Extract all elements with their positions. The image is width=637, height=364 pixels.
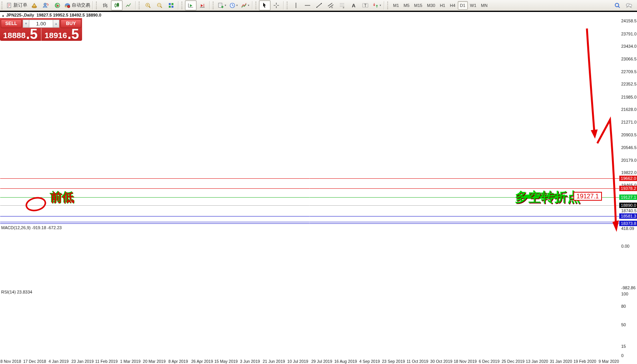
cursor-icon (262, 2, 268, 8)
dropdown-arrow-icon: ▾ (225, 4, 226, 7)
history-button[interactable] (29, 0, 40, 10)
pivot-annotation[interactable]: 多空转折点 (515, 188, 580, 206)
templates-button[interactable]: ▾ (239, 0, 251, 10)
toolbar-separator (384, 1, 385, 10)
toolbar-grip[interactable] (182, 2, 184, 9)
dropdown-arrow-icon: ▾ (236, 4, 238, 7)
vertical-line-button[interactable] (290, 0, 302, 10)
chart-canvas[interactable] (0, 0, 637, 364)
channel-icon: E (328, 2, 334, 8)
svg-text:T: T (364, 3, 366, 8)
date-tick-label: 16 Aug 2019 (334, 359, 357, 364)
timeframe-m15[interactable]: M15 (412, 1, 425, 10)
timeframe-h4[interactable]: H4 (447, 1, 457, 10)
price-badge: 18373.8 (619, 221, 637, 226)
periods-button[interactable]: ▾ (228, 0, 239, 10)
date-tick-label: 4 Sep 2019 (359, 359, 380, 364)
newchart-icon (218, 2, 224, 8)
toolbar-grip[interactable] (213, 2, 215, 9)
text-label-button[interactable]: T (360, 0, 371, 10)
toolbar-grip[interactable] (255, 2, 258, 9)
toolbar-grip[interactable] (96, 2, 98, 9)
doc-icon (6, 2, 12, 8)
tiles-icon (168, 2, 174, 8)
toolbar-grip[interactable] (139, 2, 141, 9)
new-order-button[interactable]: 新订单 (5, 0, 29, 10)
symbol-period-label: JPN225-,Daily (6, 13, 34, 17)
chat-button[interactable] (623, 0, 635, 10)
pivot-price-label[interactable]: 19127.1 (573, 192, 602, 201)
bars-icon (102, 2, 108, 8)
rsi-tick-label: 15 (621, 344, 626, 349)
collapse-icon[interactable]: ▲ (2, 14, 5, 17)
timeframe-m1[interactable]: M1 (391, 1, 401, 10)
autotrade-button[interactable]: 自动交易 (63, 0, 91, 10)
arrows-button[interactable]: ▾ (371, 0, 383, 10)
timeframe-w1[interactable]: W1 (468, 1, 479, 10)
chart-shift-button[interactable] (197, 0, 208, 10)
date-tick-label: 1 Mar 2019 (120, 359, 141, 364)
toolbar-grip[interactable] (2, 2, 4, 9)
sell-button[interactable]: SELL (1, 19, 22, 28)
new-chart-button[interactable]: ▾ (216, 0, 228, 10)
date-tick-label: 21 Jun 2019 (263, 359, 285, 364)
zoom-in-button[interactable] (142, 0, 154, 10)
date-tick-label: 13 Jan 2020 (526, 359, 548, 364)
profile-button[interactable] (40, 0, 52, 10)
fibonacci-button[interactable]: F (336, 0, 348, 10)
price-tick-label: 20903.5 (621, 133, 637, 137)
toolbar-divider (0, 11, 637, 12)
search-button[interactable] (612, 0, 623, 10)
price-badge: 19378.2 (619, 186, 637, 191)
timeframe-d1[interactable]: D1 (458, 1, 468, 10)
svg-text:F: F (343, 7, 345, 8)
indicator-icon (241, 2, 247, 8)
horizontal-line-button[interactable] (302, 0, 313, 10)
price-badge: 18890.0 (619, 203, 637, 208)
timeframe-h1[interactable]: H1 (437, 1, 447, 10)
toolbar-separator (209, 1, 210, 10)
timeframe-m5[interactable]: M5 (401, 1, 412, 10)
cursor-button[interactable] (259, 0, 271, 10)
price-tick-label: 20179.0 (621, 158, 637, 163)
date-tick-label: 31 Jan 2020 (550, 359, 572, 364)
tile-windows-button[interactable] (165, 0, 177, 10)
date-tick-label: 30 Oct 2019 (430, 359, 452, 364)
date-tick-label: 9 Mar 2020 (598, 359, 619, 364)
rsi-tick-label: 50 (621, 322, 626, 327)
bar-chart-button[interactable] (99, 0, 111, 10)
toolbar-grip[interactable] (287, 2, 289, 9)
macd-tick-label: -982.86 (621, 285, 635, 290)
volume-increase-button[interactable]: ▴ (53, 20, 59, 28)
date-tick-label: 20 Mar 2019 (143, 359, 166, 364)
toolbar-grip[interactable] (387, 2, 390, 9)
timeframe-m30[interactable]: M30 (425, 1, 437, 10)
hline-icon (304, 2, 311, 8)
crosshair-icon (273, 2, 279, 8)
price-tick-label: 23791.0 (621, 32, 637, 36)
price-badge: 18581.3 (619, 213, 637, 219)
trendline-button[interactable] (313, 0, 325, 10)
zoomout-icon (156, 2, 163, 8)
date-tick-label: 23 Jan 2019 (71, 359, 94, 364)
text-button[interactable]: A (348, 0, 360, 10)
date-tick-label: 15 May 2019 (214, 359, 238, 364)
date-tick-label: 29 Jul 2019 (311, 359, 332, 364)
price-tick-label: 21271.0 (621, 120, 637, 124)
connection-button[interactable] (52, 0, 63, 10)
date-tick-label: 18 Nov 2019 (454, 359, 477, 364)
rsi-tick-label: 0 (621, 353, 624, 358)
channel-button[interactable]: E (325, 0, 336, 10)
crosshair-button[interactable] (271, 0, 282, 10)
dropdown-arrow-icon: ▾ (380, 4, 381, 7)
auto-scroll-button[interactable] (185, 0, 197, 10)
timeframe-mn[interactable]: MN (479, 1, 490, 10)
toolbar-separator (92, 1, 93, 10)
candlestick-button[interactable] (111, 0, 123, 10)
toolbar-separator (252, 1, 253, 10)
date-tick-label: 6 Dec 2019 (479, 359, 500, 364)
robot-icon (64, 2, 71, 8)
line-chart-button[interactable] (123, 0, 134, 10)
previous-low-annotation[interactable]: 前低 (50, 190, 74, 206)
zoom-out-button[interactable] (154, 0, 165, 10)
